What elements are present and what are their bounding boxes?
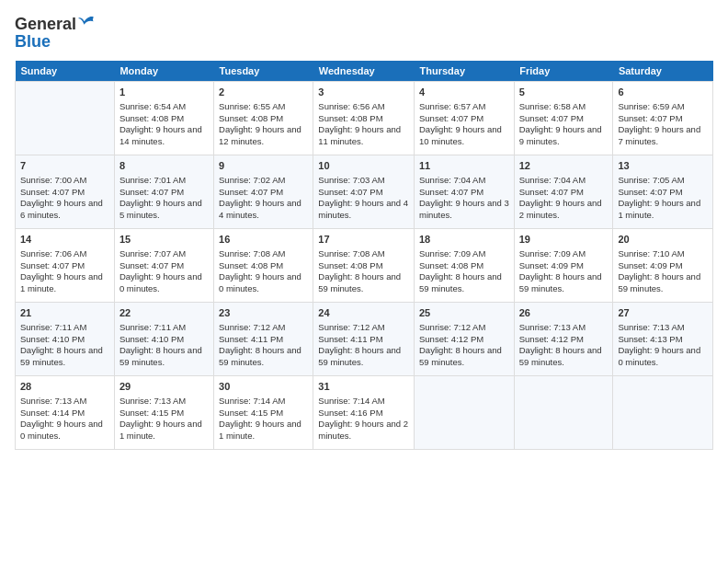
logo: General Blue [15, 15, 97, 52]
calendar-cell: 24Sunrise: 7:12 AMSunset: 4:11 PMDayligh… [313, 303, 415, 376]
day-info: Sunrise: 7:04 AMSunset: 4:07 PMDaylight:… [419, 175, 509, 222]
day-number: 2 [219, 86, 308, 99]
day-info: Sunrise: 7:00 AMSunset: 4:07 PMDaylight:… [20, 175, 109, 222]
day-info: Sunrise: 7:01 AMSunset: 4:07 PMDaylight:… [119, 175, 209, 222]
weekday-header-friday: Friday [514, 61, 613, 82]
day-info: Sunrise: 7:08 AMSunset: 4:08 PMDaylight:… [219, 248, 308, 295]
calendar-cell: 18Sunrise: 7:09 AMSunset: 4:08 PMDayligh… [415, 229, 515, 303]
calendar-cell: 12Sunrise: 7:04 AMSunset: 4:07 PMDayligh… [514, 155, 613, 229]
calendar-cell: 26Sunrise: 7:13 AMSunset: 4:12 PMDayligh… [514, 303, 613, 376]
day-info: Sunrise: 7:10 AMSunset: 4:09 PMDaylight:… [618, 248, 708, 295]
logo-blue: Blue [15, 32, 97, 52]
day-info: Sunrise: 7:14 AMSunset: 4:15 PMDaylight:… [219, 396, 308, 442]
calendar-cell: 15Sunrise: 7:07 AMSunset: 4:07 PMDayligh… [114, 229, 213, 303]
calendar-week-5: 28Sunrise: 7:13 AMSunset: 4:14 PMDayligh… [16, 376, 713, 450]
calendar-cell: 19Sunrise: 7:09 AMSunset: 4:09 PMDayligh… [514, 229, 613, 303]
day-number: 16 [219, 233, 308, 247]
calendar-week-4: 21Sunrise: 7:11 AMSunset: 4:10 PMDayligh… [16, 303, 713, 376]
day-number: 7 [20, 159, 109, 173]
day-info: Sunrise: 7:11 AMSunset: 4:10 PMDaylight:… [119, 322, 209, 369]
calendar-week-2: 7Sunrise: 7:00 AMSunset: 4:07 PMDaylight… [16, 155, 713, 229]
day-number: 12 [519, 159, 609, 173]
day-number: 4 [419, 86, 509, 99]
calendar-cell: 17Sunrise: 7:08 AMSunset: 4:08 PMDayligh… [313, 229, 415, 303]
calendar-cell: 5Sunrise: 6:58 AMSunset: 4:07 PMDaylight… [514, 82, 613, 155]
day-number: 31 [318, 380, 409, 394]
calendar-cell: 10Sunrise: 7:03 AMSunset: 4:07 PMDayligh… [313, 155, 415, 229]
calendar-cell [613, 376, 713, 450]
calendar-cell: 8Sunrise: 7:01 AMSunset: 4:07 PMDaylight… [114, 155, 213, 229]
calendar-cell: 1Sunrise: 6:54 AMSunset: 4:08 PMDaylight… [114, 82, 213, 155]
day-number: 6 [618, 86, 708, 99]
logo-bird-icon [78, 14, 97, 32]
day-number: 22 [119, 306, 209, 320]
day-info: Sunrise: 7:13 AMSunset: 4:15 PMDaylight:… [119, 396, 209, 442]
calendar-body: 1Sunrise: 6:54 AMSunset: 4:08 PMDaylight… [16, 82, 713, 450]
calendar-cell: 22Sunrise: 7:11 AMSunset: 4:10 PMDayligh… [114, 303, 213, 376]
weekday-header-monday: Monday [114, 61, 213, 82]
calendar-cell [16, 82, 115, 155]
day-number: 14 [20, 233, 109, 247]
weekday-header-wednesday: Wednesday [313, 61, 415, 82]
calendar-cell: 4Sunrise: 6:57 AMSunset: 4:07 PMDaylight… [415, 82, 515, 155]
day-info: Sunrise: 6:58 AMSunset: 4:07 PMDaylight:… [519, 101, 609, 148]
day-number: 27 [618, 306, 708, 320]
calendar-cell: 29Sunrise: 7:13 AMSunset: 4:15 PMDayligh… [114, 376, 213, 450]
day-info: Sunrise: 7:13 AMSunset: 4:14 PMDaylight:… [20, 396, 109, 442]
day-info: Sunrise: 7:13 AMSunset: 4:12 PMDaylight:… [519, 322, 609, 369]
day-info: Sunrise: 7:03 AMSunset: 4:07 PMDaylight:… [318, 175, 409, 222]
calendar-cell: 20Sunrise: 7:10 AMSunset: 4:09 PMDayligh… [613, 229, 713, 303]
calendar-cell: 25Sunrise: 7:12 AMSunset: 4:12 PMDayligh… [415, 303, 515, 376]
day-number: 23 [219, 306, 308, 320]
day-number: 21 [20, 306, 109, 320]
calendar-cell: 3Sunrise: 6:56 AMSunset: 4:08 PMDaylight… [313, 82, 415, 155]
weekday-header-tuesday: Tuesday [214, 61, 313, 82]
day-info: Sunrise: 7:12 AMSunset: 4:11 PMDaylight:… [318, 322, 409, 369]
day-number: 10 [318, 159, 409, 173]
day-number: 29 [119, 380, 209, 394]
page-header: General Blue [15, 15, 713, 52]
calendar-cell: 11Sunrise: 7:04 AMSunset: 4:07 PMDayligh… [415, 155, 515, 229]
day-number: 8 [119, 159, 209, 173]
calendar-cell [415, 376, 515, 450]
day-info: Sunrise: 7:14 AMSunset: 4:16 PMDaylight:… [318, 396, 409, 442]
day-info: Sunrise: 7:05 AMSunset: 4:07 PMDaylight:… [618, 175, 708, 222]
calendar-cell: 2Sunrise: 6:55 AMSunset: 4:08 PMDaylight… [214, 82, 313, 155]
day-info: Sunrise: 7:12 AMSunset: 4:11 PMDaylight:… [219, 322, 308, 369]
day-number: 28 [20, 380, 109, 394]
calendar-table: SundayMondayTuesdayWednesdayThursdayFrid… [15, 61, 713, 450]
calendar-header-row: SundayMondayTuesdayWednesdayThursdayFrid… [16, 61, 713, 82]
calendar-cell: 6Sunrise: 6:59 AMSunset: 4:07 PMDaylight… [613, 82, 713, 155]
day-number: 17 [318, 233, 409, 247]
calendar-cell: 7Sunrise: 7:00 AMSunset: 4:07 PMDaylight… [16, 155, 115, 229]
day-info: Sunrise: 6:59 AMSunset: 4:07 PMDaylight:… [618, 101, 708, 148]
day-number: 26 [519, 306, 609, 320]
calendar-cell: 16Sunrise: 7:08 AMSunset: 4:08 PMDayligh… [214, 229, 313, 303]
day-number: 11 [419, 159, 509, 173]
day-number: 19 [519, 233, 609, 247]
day-info: Sunrise: 7:08 AMSunset: 4:08 PMDaylight:… [318, 248, 409, 295]
day-info: Sunrise: 7:13 AMSunset: 4:13 PMDaylight:… [618, 322, 708, 369]
calendar-cell: 28Sunrise: 7:13 AMSunset: 4:14 PMDayligh… [16, 376, 115, 450]
day-number: 5 [519, 86, 609, 99]
calendar-cell: 23Sunrise: 7:12 AMSunset: 4:11 PMDayligh… [214, 303, 313, 376]
day-info: Sunrise: 7:02 AMSunset: 4:07 PMDaylight:… [219, 175, 308, 222]
calendar-cell: 30Sunrise: 7:14 AMSunset: 4:15 PMDayligh… [214, 376, 313, 450]
calendar-cell: 21Sunrise: 7:11 AMSunset: 4:10 PMDayligh… [16, 303, 115, 376]
day-info: Sunrise: 7:06 AMSunset: 4:07 PMDaylight:… [20, 248, 109, 295]
calendar-cell: 9Sunrise: 7:02 AMSunset: 4:07 PMDaylight… [214, 155, 313, 229]
day-number: 30 [219, 380, 308, 394]
day-number: 18 [419, 233, 509, 247]
logo-general: General [15, 15, 76, 34]
day-info: Sunrise: 7:11 AMSunset: 4:10 PMDaylight:… [20, 322, 109, 369]
day-info: Sunrise: 7:09 AMSunset: 4:08 PMDaylight:… [419, 248, 509, 295]
calendar-cell [514, 376, 613, 450]
weekday-header-saturday: Saturday [613, 61, 713, 82]
day-number: 1 [119, 86, 209, 99]
day-info: Sunrise: 6:56 AMSunset: 4:08 PMDaylight:… [318, 101, 409, 148]
calendar-week-3: 14Sunrise: 7:06 AMSunset: 4:07 PMDayligh… [16, 229, 713, 303]
day-info: Sunrise: 6:57 AMSunset: 4:07 PMDaylight:… [419, 101, 509, 148]
day-number: 24 [318, 306, 409, 320]
day-info: Sunrise: 7:07 AMSunset: 4:07 PMDaylight:… [119, 248, 209, 295]
weekday-header-sunday: Sunday [16, 61, 115, 82]
